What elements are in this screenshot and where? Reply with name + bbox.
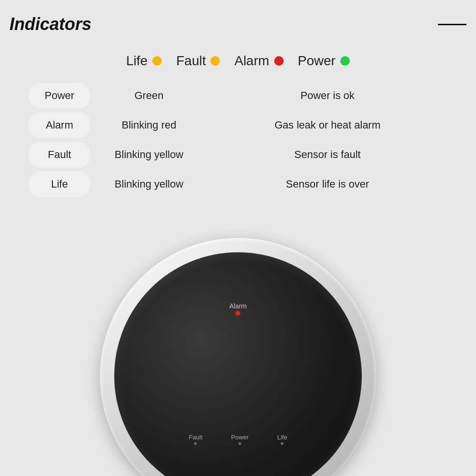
device-bottom-labels: Fault Power Life — [189, 434, 288, 445]
legend-item-alarm: Alarm — [234, 53, 283, 69]
cell-row3-col3: Sensor is fault — [208, 142, 447, 168]
legend-label-alarm: Alarm — [234, 53, 269, 69]
table-row: Fault Blinking yellow Sensor is fault — [29, 142, 447, 168]
cell-row2-col1: Alarm — [29, 112, 90, 138]
cell-row4-col3: Sensor life is over — [208, 171, 447, 197]
dot-fault — [210, 56, 220, 66]
alarm-indicator-dot — [236, 311, 240, 315]
power-indicator-dot — [238, 442, 241, 445]
device-power-label: Power — [231, 434, 249, 445]
cell-row1-col2: Green — [94, 83, 204, 109]
legend-item-life: Life — [126, 53, 162, 69]
header-line — [438, 24, 466, 25]
cell-row1-col1: Power — [29, 83, 90, 109]
dot-alarm — [274, 56, 284, 66]
cell-row3-col2: Blinking yellow — [94, 142, 204, 168]
device-alarm-label: Alarm — [229, 302, 247, 315]
fault-indicator-dot — [194, 442, 197, 445]
indicator-table: Power Green Power is ok Alarm Blinking r… — [29, 83, 447, 201]
device-fault-label: Fault — [189, 434, 203, 445]
cell-row1-col3: Power is ok — [208, 83, 447, 109]
legend-label-fault: Fault — [176, 53, 206, 69]
cell-row2-col2: Blinking red — [94, 112, 204, 138]
legend-item-power: Power — [298, 53, 350, 69]
device-outer-ring: Alarm Fault Power Life — [100, 238, 376, 476]
table-row: Alarm Blinking red Gas leak or heat alar… — [29, 112, 447, 138]
header: Indicators — [0, 0, 476, 39]
device-area: Alarm Fault Power Life — [86, 295, 390, 476]
page-title: Indicators — [10, 14, 91, 34]
table-row: Power Green Power is ok — [29, 83, 447, 109]
legend-label-life: Life — [126, 53, 148, 69]
cell-row4-col1: Life — [29, 171, 90, 197]
page-container: Indicators Life Fault Alarm Power Power … — [0, 0, 476, 476]
legend-item-fault: Fault — [176, 53, 220, 69]
legend-row: Life Fault Alarm Power — [0, 53, 476, 69]
cell-row2-col3: Gas leak or heat alarm — [208, 112, 447, 138]
cell-row4-col2: Blinking yellow — [94, 171, 204, 197]
device-inner-face: Alarm Fault Power Life — [114, 252, 362, 476]
life-indicator-dot — [281, 442, 284, 445]
cell-row3-col1: Fault — [29, 142, 90, 168]
device-life-label: Life — [277, 434, 287, 445]
dot-life — [152, 56, 162, 66]
table-row: Life Blinking yellow Sensor life is over — [29, 171, 447, 197]
dot-power — [340, 56, 350, 66]
legend-label-power: Power — [298, 53, 336, 69]
